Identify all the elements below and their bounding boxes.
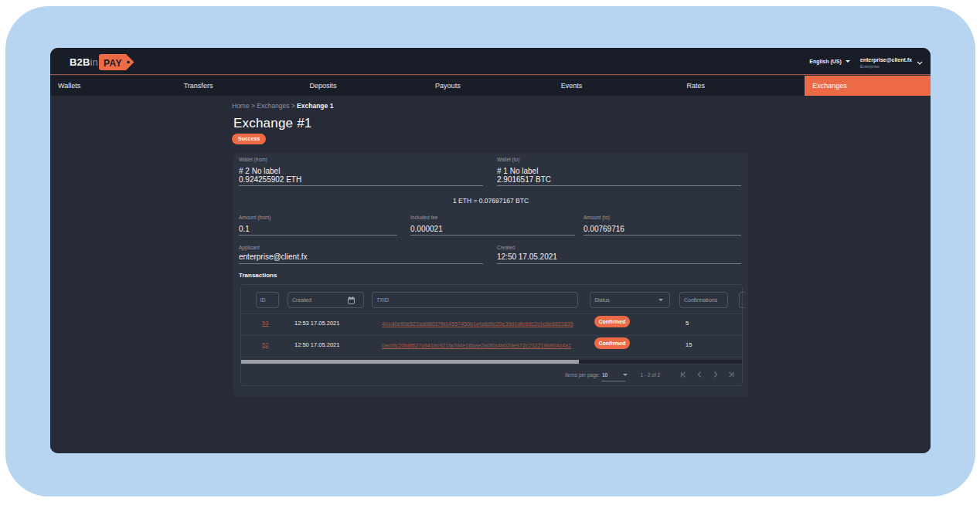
svg-text:PAY: PAY [104, 58, 122, 69]
